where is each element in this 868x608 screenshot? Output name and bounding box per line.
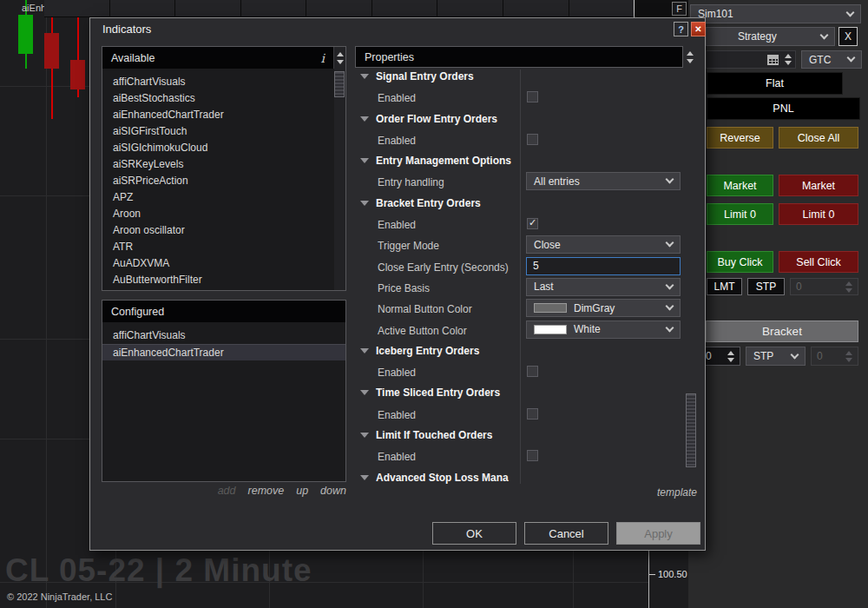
collapse-arrow-icon[interactable]: [360, 475, 369, 480]
reverse-button[interactable]: Reverse: [707, 127, 773, 149]
up-button[interactable]: up: [296, 485, 308, 497]
close-icon[interactable]: ✕: [691, 22, 706, 36]
ok-button[interactable]: OK: [432, 522, 516, 545]
available-scroll-buttons[interactable]: [333, 47, 345, 69]
account-dropdown[interactable]: Sim101: [690, 4, 861, 23]
scroll-down-icon[interactable]: [337, 60, 344, 64]
prop-group[interactable]: Order Flow Entry Orders: [355, 109, 685, 129]
remove-button[interactable]: remove: [248, 485, 285, 497]
help-icon[interactable]: ?: [674, 22, 688, 36]
list-item[interactable]: affiChartVisuals: [102, 327, 345, 344]
prop-group[interactable]: Limit If Touched Orders: [355, 425, 685, 446]
available-scrollbar[interactable]: [334, 69, 345, 290]
enabled-checkbox[interactable]: [527, 218, 538, 229]
scroll-up-icon[interactable]: [687, 51, 694, 56]
collapse-arrow-icon[interactable]: [360, 390, 369, 395]
prop-group[interactable]: Entry Management Options: [355, 150, 685, 171]
toolbar-cell[interactable]: [241, 0, 306, 17]
toolbar-cell[interactable]: [110, 0, 175, 17]
list-item[interactable]: aiBestStochastics: [102, 90, 333, 107]
spinner-down-icon[interactable]: [785, 61, 792, 65]
scroll-down-icon[interactable]: [687, 59, 694, 63]
buy-limit-button[interactable]: Limit 0: [707, 203, 773, 225]
prop-group[interactable]: Bracket Entry Orders: [355, 193, 685, 214]
bracket-type-dropdown[interactable]: STP: [746, 347, 806, 366]
enabled-checkbox[interactable]: [527, 366, 538, 377]
spinner-up-icon[interactable]: [785, 54, 792, 58]
prop-group[interactable]: Iceberg Entry Orders: [355, 340, 685, 361]
toolbar-cell[interactable]: [44, 0, 109, 17]
list-item[interactable]: aiSIGIchimokuCloud: [102, 140, 333, 156]
active-button-color-dropdown[interactable]: White: [526, 321, 681, 339]
scroll-up-icon[interactable]: [337, 52, 344, 56]
list-item-selected[interactable]: aiEnhancedChartTrader: [102, 344, 345, 360]
toolbar-cell[interactable]: [503, 0, 569, 17]
normal-button-color-dropdown[interactable]: DimGray: [526, 299, 681, 317]
buy-click-button[interactable]: Buy Click: [707, 251, 773, 273]
strategy-dropdown[interactable]: Strategy: [706, 27, 835, 46]
f-toolbar-button[interactable]: F: [672, 2, 687, 16]
list-item[interactable]: aiSRPriceAction: [102, 173, 333, 189]
bracket-button[interactable]: Bracket: [706, 321, 858, 342]
toolbar-cell[interactable]: [569, 0, 635, 17]
scrollbar-thumb[interactable]: [334, 71, 345, 97]
stp-button[interactable]: STP: [747, 278, 785, 295]
strategy-close-button[interactable]: X: [838, 27, 858, 46]
properties-scrollbar[interactable]: [686, 69, 697, 484]
list-item[interactable]: AuADXVMA: [102, 255, 333, 272]
flat-button[interactable]: Flat: [707, 72, 843, 95]
spinner-down-icon[interactable]: [727, 358, 734, 362]
prop-group[interactable]: Time Sliced Entry Orders: [355, 382, 685, 403]
list-item[interactable]: affiChartVisuals: [102, 74, 333, 90]
collapse-arrow-icon[interactable]: [360, 116, 369, 122]
close-early-entry-input[interactable]: 5: [526, 257, 681, 275]
calculator-icon[interactable]: [767, 55, 779, 65]
cancel-button[interactable]: Cancel: [524, 522, 608, 545]
prop-group[interactable]: Signal Entry Orders: [355, 69, 685, 87]
quantity-stepper[interactable]: [785, 54, 792, 65]
offset-spinner: 0: [790, 278, 858, 295]
quantity-field[interactable]: [706, 50, 796, 69]
buy-market-button[interactable]: Market: [707, 175, 773, 196]
spinner-up-icon[interactable]: [727, 351, 734, 355]
trigger-mode-dropdown[interactable]: Close: [526, 235, 681, 254]
prop-group[interactable]: Advanced Stop Loss Mana: [355, 467, 685, 484]
sell-limit-button[interactable]: Limit 0: [779, 203, 858, 225]
sell-click-button[interactable]: Sell Click: [779, 251, 858, 273]
scrollbar-thumb[interactable]: [686, 393, 696, 467]
chart-toolbar[interactable]: [44, 0, 634, 17]
properties-scroll-buttons[interactable]: [684, 46, 696, 68]
enabled-checkbox[interactable]: [527, 450, 538, 461]
list-item[interactable]: aiSIGFirstTouch: [102, 123, 333, 140]
price-basis-dropdown[interactable]: Last: [526, 278, 681, 296]
enabled-checkbox[interactable]: [527, 408, 538, 420]
collapse-arrow-icon[interactable]: [360, 433, 369, 438]
enabled-checkbox[interactable]: [527, 91, 538, 102]
lmt-button[interactable]: LMT: [707, 278, 742, 295]
tif-dropdown[interactable]: GTC: [801, 50, 862, 69]
toolbar-cell[interactable]: [306, 0, 372, 17]
collapse-arrow-icon[interactable]: [360, 348, 369, 354]
list-item[interactable]: Aroon oscillator: [102, 222, 333, 239]
close-all-button[interactable]: Close All: [779, 127, 858, 149]
sell-market-button[interactable]: Market: [779, 175, 858, 196]
toolbar-cell[interactable]: [372, 0, 437, 17]
template-link[interactable]: template: [643, 486, 697, 499]
toolbar-cell[interactable]: [437, 0, 503, 17]
list-item[interactable]: AuButterworthFilter: [102, 272, 333, 288]
pnl-button[interactable]: PNL: [707, 97, 860, 120]
collapse-arrow-icon[interactable]: [360, 201, 369, 206]
collapse-arrow-icon[interactable]: [360, 74, 369, 79]
down-button[interactable]: down: [320, 485, 346, 497]
list-item[interactable]: ATR: [102, 239, 333, 255]
entry-handling-dropdown[interactable]: All entries: [526, 172, 681, 190]
info-icon[interactable]: i: [321, 51, 325, 65]
list-item[interactable]: aiSRKeyLevels: [102, 156, 333, 173]
bracket-qty-spinner[interactable]: 0: [700, 347, 740, 366]
toolbar-cell[interactable]: [175, 0, 240, 17]
collapse-arrow-icon[interactable]: [360, 158, 369, 163]
enabled-checkbox[interactable]: [527, 134, 538, 145]
list-item[interactable]: APZ: [102, 189, 333, 206]
list-item[interactable]: aiEnhancedChartTrader: [102, 107, 333, 123]
list-item[interactable]: Aroon: [102, 206, 333, 222]
